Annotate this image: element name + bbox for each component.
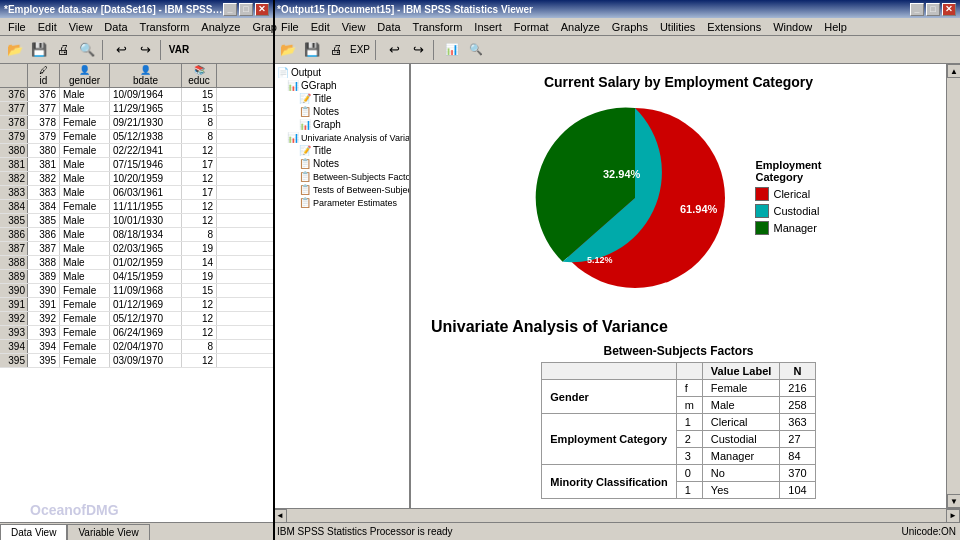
encoding-status: Unicode:ON — [902, 526, 956, 537]
scroll-track-v[interactable] — [947, 78, 960, 494]
header-educ[interactable]: 📚 educ — [182, 64, 217, 87]
factor-minority: Minority Classification — [542, 465, 676, 499]
left-title-bar: *Employee data.sav [DataSet16] - IBM SPS… — [0, 0, 273, 18]
table-row: 394 394 Female 02/04/1970 8 — [0, 340, 273, 354]
header-id[interactable]: 🖊 id — [28, 64, 60, 87]
close-btn-left[interactable]: ✕ — [255, 3, 269, 16]
chart-legend: EmploymentCategory Clerical Custodial — [755, 159, 821, 238]
redo-btn[interactable]: ↪ — [134, 39, 156, 61]
menu-analyze-left[interactable]: Analyze — [195, 20, 246, 34]
row-num: 381 — [0, 158, 28, 171]
viewer-scrollbar-h[interactable]: ◄ ► — [273, 508, 960, 522]
scroll-right-btn[interactable]: ► — [946, 509, 960, 523]
menu-transform-left[interactable]: Transform — [134, 20, 196, 34]
menu-graphs-left[interactable]: Grap — [246, 20, 282, 34]
table-row: 378 378 Female 09/21/1930 8 — [0, 116, 273, 130]
label-clerical: Clerical — [702, 414, 780, 431]
menu-edit-right[interactable]: Edit — [305, 20, 336, 34]
col-header-factor — [542, 363, 676, 380]
menu-insert-right[interactable]: Insert — [468, 20, 508, 34]
chart-wrapper: 61.94% 32.94% 5.12% EmploymentCategory — [535, 98, 821, 298]
save-btn-r[interactable]: 💾 — [301, 39, 323, 61]
col-header-n: N — [780, 363, 815, 380]
tab-variable-view[interactable]: Variable View — [67, 524, 149, 540]
tab-data-view[interactable]: Data View — [0, 524, 67, 540]
cell-id: 382 — [28, 172, 60, 185]
redo-btn-r[interactable]: ↪ — [407, 39, 429, 61]
minimize-btn-left[interactable]: _ — [223, 3, 237, 16]
n-male: 258 — [780, 397, 815, 414]
chart-label-custodial: 5.12% — [587, 255, 613, 265]
tree-ggraph-notes[interactable]: 📋 Notes — [275, 105, 407, 118]
tree-ggraph-title[interactable]: 📝 Title — [275, 92, 407, 105]
scroll-left-btn[interactable]: ◄ — [273, 509, 287, 523]
close-btn-right[interactable]: ✕ — [942, 3, 956, 16]
menu-analyze-right[interactable]: Analyze — [555, 20, 606, 34]
zoom-btn-r[interactable]: 🔍 — [465, 39, 487, 61]
tree-param[interactable]: 📋 Parameter Estimates — [275, 196, 407, 209]
row-num: 379 — [0, 130, 28, 143]
table-row: 384 384 Female 11/11/1955 12 — [0, 200, 273, 214]
tree-between-subjects[interactable]: 📋 Between-Subjects Factors — [275, 170, 407, 183]
cell-bdate: 09/21/1930 — [110, 116, 182, 129]
legend-custodial: Custodial — [755, 204, 821, 218]
cell-id: 381 — [28, 158, 60, 171]
tree-univ-title[interactable]: 📝 Title — [275, 144, 407, 157]
code-f: f — [676, 380, 702, 397]
menu-data-left[interactable]: Data — [98, 20, 133, 34]
print-btn[interactable]: 🖨 — [52, 39, 74, 61]
row-num: 386 — [0, 228, 28, 241]
undo-btn-r[interactable]: ↩ — [383, 39, 405, 61]
header-gender[interactable]: 👤 gender — [60, 64, 110, 87]
menu-transform-right[interactable]: Transform — [407, 20, 469, 34]
cell-educ: 8 — [182, 340, 217, 353]
undo-btn[interactable]: ↩ — [110, 39, 132, 61]
scroll-up-btn[interactable]: ▲ — [947, 64, 960, 78]
tree-univariate[interactable]: 📊 Univariate Analysis of Variance — [275, 131, 407, 144]
table-row: 389 389 Male 04/15/1959 19 — [0, 270, 273, 284]
cell-gender: Male — [60, 242, 110, 255]
menu-view-left[interactable]: View — [63, 20, 99, 34]
maximize-btn-right[interactable]: □ — [926, 3, 940, 16]
between-subjects-title: Between-Subjects Factors — [431, 344, 926, 358]
menu-data-right[interactable]: Data — [371, 20, 406, 34]
table-row: 382 382 Male 10/20/1959 12 — [0, 172, 273, 186]
print-btn-r[interactable]: 🖨 — [325, 39, 347, 61]
find-btn[interactable]: 🔍 — [76, 39, 98, 61]
tree-output-root[interactable]: 📄 Output — [275, 66, 407, 79]
tree-ggraph[interactable]: 📊 GGraph — [275, 79, 407, 92]
viewer-scrollbar-v[interactable]: ▲ ▼ — [946, 64, 960, 508]
header-bdate[interactable]: 👤 bdate — [110, 64, 182, 87]
row-num: 377 — [0, 102, 28, 115]
open-btn[interactable]: 📂 — [4, 39, 26, 61]
tree-univ-notes[interactable]: 📋 Notes — [275, 157, 407, 170]
save-btn[interactable]: 💾 — [28, 39, 50, 61]
maximize-btn-left[interactable]: □ — [239, 3, 253, 16]
table-row: 377 377 Male 11/29/1965 15 — [0, 102, 273, 116]
menu-edit-left[interactable]: Edit — [32, 20, 63, 34]
tree-tests[interactable]: 📋 Tests of Between-Subjects — [275, 183, 407, 196]
chart-btn-r[interactable]: 📊 — [441, 39, 463, 61]
menu-file-left[interactable]: File — [2, 20, 32, 34]
menu-format-right[interactable]: Format — [508, 20, 555, 34]
cell-bdate: 08/18/1934 — [110, 228, 182, 241]
analysis-title: Univariate Analysis of Variance — [431, 318, 926, 336]
menu-view-right[interactable]: View — [336, 20, 372, 34]
var-btn[interactable]: VAR — [168, 39, 190, 61]
scroll-down-btn[interactable]: ▼ — [947, 494, 960, 508]
open-btn-r[interactable]: 📂 — [277, 39, 299, 61]
tree-ggraph-graph[interactable]: 📊 Graph — [275, 118, 407, 131]
menu-help-right[interactable]: Help — [818, 20, 853, 34]
menu-graphs-right[interactable]: Graphs — [606, 20, 654, 34]
minimize-btn-right[interactable]: _ — [910, 3, 924, 16]
export-btn-r[interactable]: EXP — [349, 39, 371, 61]
cell-educ: 12 — [182, 312, 217, 325]
table-row: 376 376 Male 10/09/1964 15 — [0, 88, 273, 102]
cell-gender: Female — [60, 326, 110, 339]
menu-window-right[interactable]: Window — [767, 20, 818, 34]
menu-extensions-right[interactable]: Extensions — [701, 20, 767, 34]
menu-utilities-right[interactable]: Utilities — [654, 20, 701, 34]
cell-bdate: 01/02/1959 — [110, 256, 182, 269]
pie-chart: 61.94% 32.94% 5.12% — [535, 98, 735, 298]
table-row: 395 395 Female 03/09/1970 12 — [0, 354, 273, 368]
